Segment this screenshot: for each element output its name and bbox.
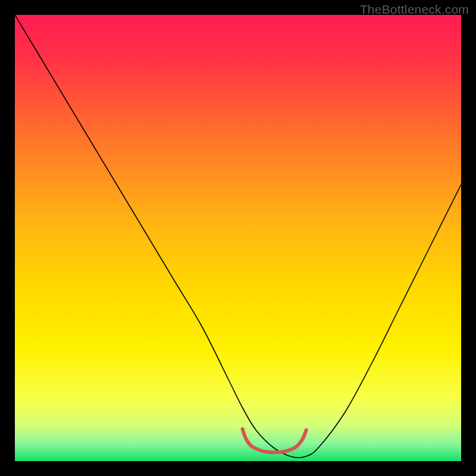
chart-container: TheBottleneck.com	[0, 0, 476, 476]
curve-layer	[15, 15, 461, 461]
plot-area	[15, 15, 461, 461]
bottleneck-marker	[243, 429, 306, 452]
bottleneck-curve	[15, 15, 461, 458]
watermark-text: TheBottleneck.com	[360, 2, 469, 17]
